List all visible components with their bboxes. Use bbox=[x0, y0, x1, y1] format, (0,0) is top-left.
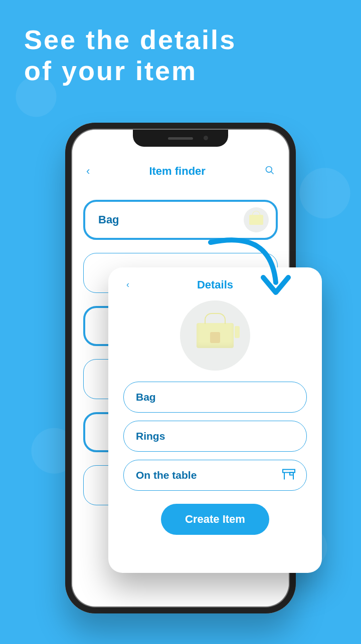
details-header: ‹ Details bbox=[123, 278, 307, 291]
headline-line-2: of your item bbox=[24, 55, 236, 86]
details-fields: Bag Rings On the table bbox=[123, 382, 307, 491]
item-label: Bag bbox=[98, 213, 119, 226]
details-title: Details bbox=[197, 278, 233, 291]
bag-icon bbox=[197, 323, 234, 348]
details-back-icon[interactable]: ‹ bbox=[126, 279, 129, 290]
field-category[interactable]: Rings bbox=[123, 421, 307, 452]
svg-line-1 bbox=[271, 172, 273, 174]
item-row-bag[interactable]: Bag bbox=[83, 200, 278, 240]
field-name[interactable]: Bag bbox=[123, 382, 307, 413]
notch-speaker bbox=[168, 137, 193, 140]
bag-tag bbox=[235, 326, 240, 338]
svg-rect-5 bbox=[290, 473, 293, 475]
app-header: ‹ Item finder bbox=[72, 165, 289, 178]
field-label: On the table bbox=[136, 469, 197, 481]
create-item-button[interactable]: Create Item bbox=[161, 504, 269, 535]
notch-camera bbox=[204, 136, 208, 140]
bag-icon bbox=[249, 215, 263, 225]
field-location[interactable]: On the table bbox=[123, 460, 307, 491]
back-icon[interactable]: ‹ bbox=[86, 165, 90, 178]
details-item-image bbox=[180, 300, 250, 371]
table-icon bbox=[281, 468, 296, 483]
marketing-headline: See the details of your item bbox=[24, 24, 236, 86]
phone-notch bbox=[133, 130, 228, 147]
app-title: Item finder bbox=[149, 165, 205, 178]
svg-point-0 bbox=[266, 167, 272, 173]
field-label: Bag bbox=[136, 391, 156, 403]
item-thumbnail bbox=[244, 207, 269, 232]
details-card: ‹ Details Bag Rings On the table bbox=[108, 267, 322, 573]
create-button-label: Create Item bbox=[185, 513, 245, 525]
search-icon[interactable] bbox=[265, 165, 275, 177]
headline-line-1: See the details bbox=[24, 24, 236, 55]
field-label: Rings bbox=[136, 430, 165, 442]
